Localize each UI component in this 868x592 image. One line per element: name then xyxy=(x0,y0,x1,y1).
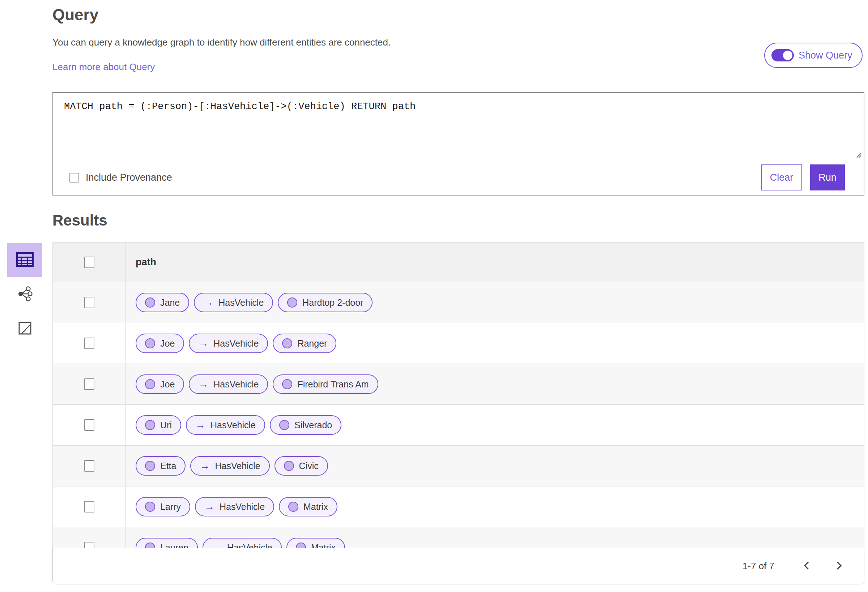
run-button[interactable]: Run xyxy=(810,165,845,190)
entity-pill[interactable]: Joe xyxy=(136,334,184,353)
relationship-pill[interactable]: →HasVehicle xyxy=(202,538,282,548)
arrow-right-icon: → xyxy=(198,338,208,348)
relationship-pill[interactable]: →HasVehicle xyxy=(190,456,269,476)
entity-label: Firebird Trans Am xyxy=(297,379,369,390)
entity-node-icon xyxy=(145,461,155,471)
arrow-right-icon: → xyxy=(204,502,214,512)
map-icon xyxy=(17,321,32,337)
relationship-pill[interactable]: →HasVehicle xyxy=(189,374,268,394)
query-editor-panel: MATCH path = (:Person)-[:HasVehicle]->(:… xyxy=(52,92,864,196)
page-description: You can query a knowledge graph to ident… xyxy=(52,37,391,48)
relationship-label: HasVehicle xyxy=(220,502,265,512)
row-checkbox[interactable] xyxy=(84,542,94,548)
toggle-knob xyxy=(783,51,793,60)
entity-label: Lauren xyxy=(160,542,189,548)
entity-pill[interactable]: Civic xyxy=(275,456,328,476)
arrow-right-icon: → xyxy=(212,542,222,548)
table-row: Etta →HasVehicle Civic xyxy=(53,446,864,486)
entity-node-icon xyxy=(145,502,155,512)
entity-pill[interactable]: Lauren xyxy=(136,538,198,548)
entity-label: Joe xyxy=(160,338,175,349)
prev-page-button[interactable] xyxy=(800,559,814,574)
pagination-range: 1-7 of 7 xyxy=(743,561,774,572)
relationship-pill[interactable]: →HasVehicle xyxy=(194,293,273,312)
pagination-bar: 1-7 of 7 xyxy=(52,548,864,585)
arrow-right-icon: → xyxy=(198,379,208,389)
arrow-right-icon: → xyxy=(203,297,213,308)
show-query-label: Show Query xyxy=(799,50,852,61)
query-actions: Clear Run xyxy=(761,165,845,190)
row-checkbox[interactable] xyxy=(84,378,94,390)
entity-node-icon xyxy=(279,420,289,430)
entity-pill[interactable]: Uri xyxy=(136,415,181,435)
select-all-checkbox[interactable] xyxy=(84,256,94,268)
link-chart-icon xyxy=(17,286,32,302)
table-row: Larry →HasVehicle Matrix xyxy=(53,486,864,527)
table-header-row: path xyxy=(53,243,864,282)
entity-node-icon xyxy=(296,542,306,548)
entity-pill[interactable]: Joe xyxy=(136,374,184,394)
entity-pill[interactable]: Matrix xyxy=(286,538,345,548)
arrow-right-icon: → xyxy=(195,420,205,430)
entity-node-icon xyxy=(145,297,155,308)
table-row: Lauren →HasVehicle Matrix xyxy=(53,527,864,548)
relationship-label: HasVehicle xyxy=(215,461,260,471)
entity-pill[interactable]: Firebird Trans Am xyxy=(273,374,378,394)
show-query-toggle[interactable]: Show Query xyxy=(764,43,862,68)
include-provenance-checkbox[interactable] xyxy=(69,173,79,183)
entity-label: Ranger xyxy=(297,338,327,349)
view-switcher xyxy=(7,243,42,346)
row-checkbox[interactable] xyxy=(84,501,94,512)
clear-button[interactable]: Clear xyxy=(761,165,802,190)
relationship-label: HasVehicle xyxy=(218,297,264,308)
entity-node-icon xyxy=(282,338,292,348)
entity-node-icon xyxy=(145,338,155,348)
query-input[interactable]: MATCH path = (:Person)-[:HasVehicle]->(:… xyxy=(53,93,864,160)
entity-label: Uri xyxy=(160,420,172,430)
map-view-button[interactable] xyxy=(7,312,42,346)
table-row: Joe →HasVehicle Ranger xyxy=(53,323,864,364)
entity-label: Joe xyxy=(160,379,175,390)
results-table-container: path Jane →HasVehicle Hardtop 2-door Joe… xyxy=(52,242,864,585)
entity-pill[interactable]: Larry xyxy=(136,497,190,517)
relationship-pill[interactable]: →HasVehicle xyxy=(195,497,274,517)
entity-label: Etta xyxy=(160,461,176,471)
entity-node-icon xyxy=(145,542,155,548)
relationship-pill[interactable]: →HasVehicle xyxy=(186,415,265,435)
path-column-header: path xyxy=(136,256,156,268)
resize-handle-icon[interactable] xyxy=(854,151,862,159)
relationship-pill[interactable]: →HasVehicle xyxy=(189,334,268,353)
row-checkbox[interactable] xyxy=(84,337,94,349)
query-editor: MATCH path = (:Person)-[:HasVehicle]->(:… xyxy=(53,93,864,160)
entity-pill[interactable]: Jane xyxy=(136,293,189,312)
entity-node-icon xyxy=(287,297,297,308)
entity-node-icon xyxy=(145,379,155,389)
entity-pill[interactable]: Ranger xyxy=(273,334,337,353)
row-checkbox[interactable] xyxy=(84,419,94,431)
row-checkbox[interactable] xyxy=(84,297,94,308)
chevron-right-icon xyxy=(834,561,843,571)
toggle-switch-icon[interactable] xyxy=(771,49,794,62)
relationship-label: HasVehicle xyxy=(227,542,272,548)
entity-pill[interactable]: Hardtop 2-door xyxy=(278,293,372,312)
arrow-right-icon: → xyxy=(200,461,210,471)
entity-pill[interactable]: Etta xyxy=(136,456,186,476)
entity-pill[interactable]: Silverado xyxy=(270,415,341,435)
entity-label: Jane xyxy=(160,297,180,308)
table-row: Uri →HasVehicle Silverado xyxy=(53,405,864,446)
page-title: Query xyxy=(52,6,98,24)
entity-label: Silverado xyxy=(294,420,332,430)
entity-label: Matrix xyxy=(303,502,328,512)
next-page-button[interactable] xyxy=(831,559,846,574)
row-checkbox[interactable] xyxy=(84,460,94,472)
include-provenance-control[interactable]: Include Provenance xyxy=(69,172,172,183)
relationship-label: HasVehicle xyxy=(213,338,258,349)
table-icon xyxy=(15,249,35,271)
results-title: Results xyxy=(52,212,108,229)
query-page: Query You can query a knowledge graph to… xyxy=(0,0,868,592)
table-view-button[interactable] xyxy=(7,243,42,277)
entity-pill[interactable]: Matrix xyxy=(279,497,337,517)
link-chart-view-button[interactable] xyxy=(7,277,42,312)
entity-node-icon xyxy=(145,420,155,430)
learn-more-link[interactable]: Learn more about Query xyxy=(52,62,155,73)
